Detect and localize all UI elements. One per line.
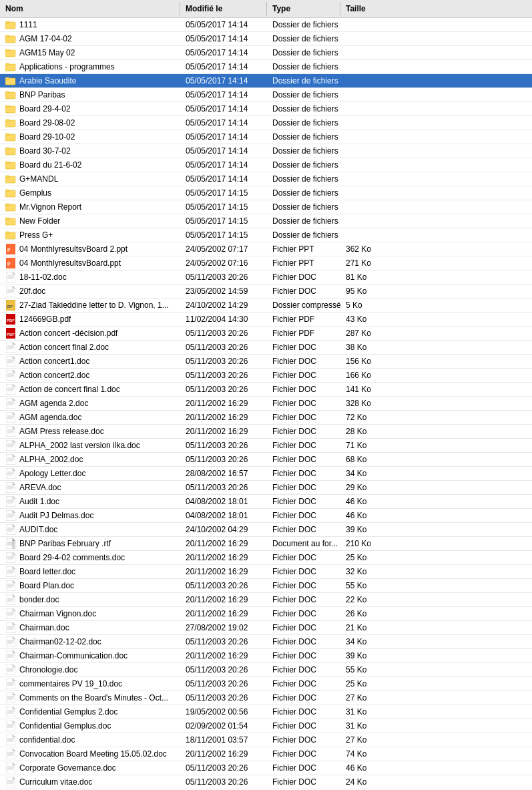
file-name: Confidential Gemplus 2.doc — [19, 707, 117, 717]
table-row[interactable]: Arabie Saoudite05/05/2017 14:14Dossier d… — [0, 74, 532, 88]
table-row[interactable]: Corporate Governance.doc05/11/2003 20:26… — [0, 761, 532, 775]
table-row[interactable]: Board letter.doc20/11/2002 16:29Fichier … — [0, 565, 532, 579]
file-type: Fichier DOC — [267, 705, 340, 719]
table-row[interactable]: Chairman-Communication.doc20/11/2002 16:… — [0, 649, 532, 663]
table-row[interactable]: Comments on the Board's Minutes - Oct...… — [0, 691, 532, 705]
file-name: 124669GB.pdf — [19, 315, 71, 324]
table-row[interactable]: PDF 124669GB.pdf11/02/2004 14:30Fichier … — [0, 313, 532, 327]
table-row[interactable]: New Folder05/05/2017 14:15Dossier de fic… — [0, 214, 532, 228]
table-row[interactable]: AGM15 May 0205/05/2017 14:14Dossier de f… — [0, 46, 532, 60]
table-row[interactable]: Board 29-10-0205/05/2017 14:14Dossier de… — [0, 130, 532, 144]
table-row[interactable]: Board 30-7-0205/05/2017 14:14Dossier de … — [0, 144, 532, 158]
table-row[interactable]: bonder.doc20/11/2002 16:29Fichier DOC22 … — [0, 593, 532, 607]
header-modified[interactable]: Modifié le — [180, 2, 267, 15]
file-name: bonder.doc — [19, 595, 59, 604]
table-row[interactable]: G+MANDL05/05/2017 14:14Dossier de fichie… — [0, 172, 532, 186]
pdf-icon: PDF — [5, 328, 16, 339]
svg-rect-31 — [5, 232, 9, 234]
table-row[interactable]: Confidential Gemplus.doc02/09/2002 01:54… — [0, 719, 532, 733]
table-row[interactable]: Board 29-4-0205/05/2017 14:14Dossier de … — [0, 102, 532, 116]
table-row[interactable]: Chairman Vignon.doc20/11/2002 16:29Fichi… — [0, 607, 532, 621]
file-size: 27 Ko — [340, 691, 394, 705]
table-row[interactable]: commentaires PV 19_10.doc05/11/2003 20:2… — [0, 677, 532, 691]
table-row[interactable]: AUDIT.doc24/10/2002 04:29Fichier DOC39 K… — [0, 523, 532, 537]
table-row[interactable]: Apology Letter.doc28/08/2002 16:57Fichie… — [0, 467, 532, 481]
table-row[interactable]: PDF Action concert -décision.pdf05/11/20… — [0, 327, 532, 341]
table-row[interactable]: Board Plan.doc05/11/2003 20:26Fichier DO… — [0, 579, 532, 593]
table-row[interactable]: Board 29-4-02 comments.doc20/11/2002 16:… — [0, 551, 532, 565]
table-row[interactable]: Curriculum vitae.doc05/11/2003 20:26Fich… — [0, 775, 532, 789]
table-row[interactable]: Audit PJ Delmas.doc04/08/2002 18:01Fichi… — [0, 509, 532, 523]
table-row[interactable]: Action concert1.doc05/11/2003 20:26Fichi… — [0, 355, 532, 369]
svg-marker-42 — [13, 286, 15, 288]
file-size — [340, 74, 394, 87]
file-modified: 05/11/2003 20:26 — [180, 369, 267, 382]
table-row[interactable]: Chronologie.doc05/11/2003 20:26Fichier D… — [0, 663, 532, 677]
file-size: 27 Ko — [340, 733, 394, 747]
svg-marker-179 — [13, 693, 15, 695]
file-modified: 27/08/2002 19:02 — [180, 621, 267, 634]
file-type: Fichier DOC — [267, 284, 340, 298]
svg-rect-27 — [5, 204, 9, 206]
table-row[interactable]: confidential.doc18/11/2001 03:57Fichier … — [0, 733, 532, 747]
svg-marker-164 — [13, 650, 15, 653]
table-row[interactable]: 20f.doc23/05/2002 14:59Fichier DOC95 Ko — [0, 284, 532, 299]
svg-marker-73 — [13, 398, 15, 401]
table-row[interactable]: AREVA.doc05/11/2003 20:26Fichier DOC29 K… — [0, 481, 532, 495]
header-type[interactable]: Type — [267, 2, 340, 15]
file-size — [340, 46, 394, 59]
table-row[interactable]: P 04 MonthlyresultsvBoard.ppt24/05/2002 … — [0, 256, 532, 270]
table-row[interactable]: ALPHA_2002.doc05/11/2003 20:26Fichier DO… — [0, 453, 532, 467]
doc-icon — [5, 272, 16, 282]
table-row[interactable]: Action concert2.doc05/11/2003 20:26Fichi… — [0, 369, 532, 383]
table-row[interactable]: 111105/05/2017 14:14Dossier de fichiers — [0, 18, 532, 32]
file-type: Fichier DOC — [267, 495, 340, 508]
file-name-cell: ZIP 27-Ziad Takieddine letter to D. Vign… — [0, 299, 180, 312]
svg-text:PDF: PDF — [7, 319, 15, 323]
table-row[interactable]: Convocation Board Meeting 15.05.02.doc20… — [0, 747, 532, 761]
file-name: ALPHA_2002 last version ilka.doc — [19, 441, 140, 450]
file-size — [340, 200, 394, 214]
file-type: Fichier DOC — [267, 635, 340, 648]
folder-icon — [5, 202, 16, 212]
table-row[interactable]: Board 29-08-0205/05/2017 14:14Dossier de… — [0, 116, 532, 130]
table-row[interactable]: Mr.Vignon Report05/05/2017 14:15Dossier … — [0, 200, 532, 214]
table-row[interactable]: ALPHA_2002 last version ilka.doc05/11/20… — [0, 439, 532, 453]
table-row[interactable]: Action de concert final 1.doc05/11/2003 … — [0, 383, 532, 397]
file-name: Board 29-08-02 — [19, 118, 75, 128]
svg-marker-93 — [13, 454, 15, 457]
file-size: 71 Ko — [340, 439, 394, 452]
table-row[interactable]: Chairman.doc27/08/2002 19:02Fichier DOC2… — [0, 621, 532, 635]
table-row[interactable]: Action concert final 2.doc05/11/2003 20:… — [0, 341, 532, 355]
table-row[interactable]: ZIP 27-Ziad Takieddine letter to D. Vign… — [0, 299, 532, 313]
file-size: 72 Ko — [340, 411, 394, 424]
file-name: 27-Ziad Takieddine letter to D. Vignon, … — [19, 301, 169, 310]
table-row[interactable]: AGM agenda 2.doc20/11/2002 16:29Fichier … — [0, 397, 532, 411]
header-size[interactable]: Taille — [340, 2, 394, 15]
file-name: Action de concert final 1.doc — [19, 385, 120, 394]
file-type: Dossier de fichiers — [267, 46, 340, 59]
table-row[interactable]: Audit 1.doc04/08/2002 18:01Fichier DOC46… — [0, 495, 532, 509]
table-row[interactable]: Gemplus05/05/2017 14:15Dossier de fichie… — [0, 186, 532, 200]
file-name: Audit PJ Delmas.doc — [19, 511, 93, 520]
file-type: Fichier DOC — [267, 523, 340, 536]
table-row[interactable]: Confidential Gemplus 2.doc19/05/2002 00:… — [0, 705, 532, 719]
file-size: 43 Ko — [340, 313, 394, 326]
table-row[interactable]: BNP Paribas05/05/2017 14:14Dossier de fi… — [0, 88, 532, 102]
table-row[interactable]: Chairman02-12-02.doc05/11/2003 20:26Fich… — [0, 635, 532, 649]
table-row[interactable]: AGM agenda.doc20/11/2002 16:29Fichier DO… — [0, 411, 532, 425]
table-row[interactable]: Board du 21-6-0205/05/2017 14:14Dossier … — [0, 158, 532, 172]
file-name-cell: 20f.doc — [0, 284, 180, 298]
file-name-cell: Convocation Board Meeting 15.05.02.doc — [0, 747, 180, 761]
table-row[interactable]: AGM Press release.doc20/11/2002 16:29Fic… — [0, 425, 532, 439]
doc-icon — [5, 777, 16, 787]
table-row[interactable]: BNP Paribas February .rtf20/11/2002 16:2… — [0, 537, 532, 551]
file-name-cell: New Folder — [0, 214, 180, 228]
header-nom[interactable]: Nom — [0, 2, 180, 15]
table-row[interactable]: AGM 17-04-0205/05/2017 14:14Dossier de f… — [0, 32, 532, 46]
table-row[interactable]: Applications - programmes05/05/2017 14:1… — [0, 60, 532, 74]
table-row[interactable]: P 04 MonthlyresultsvBoard 2.ppt24/05/200… — [0, 242, 532, 256]
file-modified: 05/05/2017 14:14 — [180, 46, 267, 59]
table-row[interactable]: 18-11-02.doc05/11/2003 20:26Fichier DOC8… — [0, 270, 532, 284]
table-row[interactable]: Press G+05/05/2017 14:15Dossier de fichi… — [0, 228, 532, 242]
